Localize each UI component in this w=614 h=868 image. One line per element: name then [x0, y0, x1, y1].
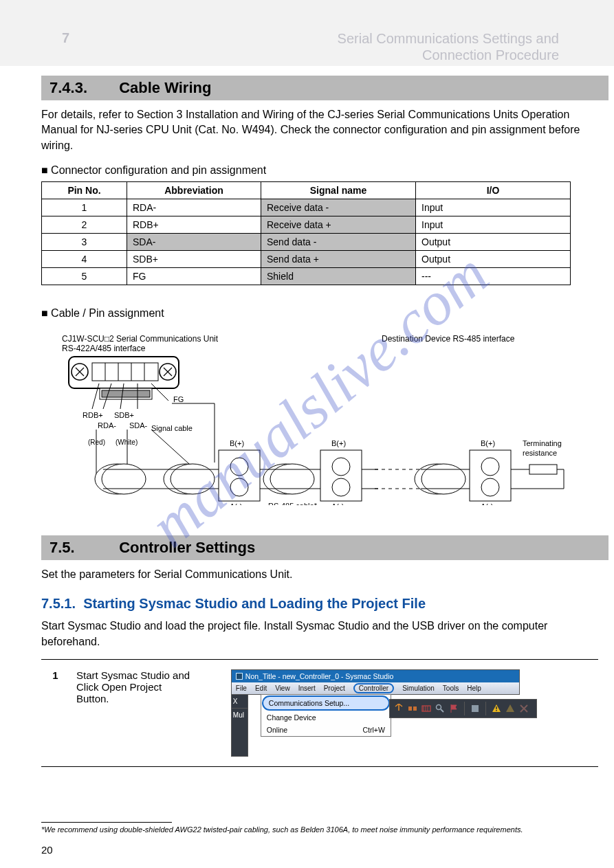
footnote-text: *We recommend using double-shielded AWG2… [41, 825, 523, 834]
menu-simulation[interactable]: Simulation [402, 685, 435, 692]
cell-abbr: SDA- [127, 233, 261, 250]
app-icon [236, 673, 243, 680]
toolbar-divider [485, 702, 486, 715]
section-num: 7.4.3. [50, 79, 115, 97]
slaven-am: A(-) [481, 502, 493, 505]
stop-icon[interactable] [470, 704, 480, 713]
svg-point-31 [332, 478, 350, 496]
svg-rect-62 [496, 710, 497, 711]
menu-item-comm-setup[interactable]: Communications Setup... [262, 695, 390, 711]
menu-item-change-device[interactable]: Change Device [261, 711, 391, 724]
menu-project[interactable]: Project [324, 685, 345, 692]
window-title: Non_Title - new_Controller_0 - Sysmac St… [245, 672, 394, 680]
svg-rect-60 [472, 705, 479, 712]
header-title-line2: Connection Procedure [338, 47, 559, 63]
section-num: 7.5. [50, 539, 115, 557]
subhead-751: 7.5.1. Starting Sysmac Studio and Loadin… [41, 596, 614, 612]
menu-tools[interactable]: Tools [443, 685, 459, 692]
table-caption: ■ Connector configuration and pin assign… [41, 163, 600, 178]
sub-title: Starting Sysmac Studio and Loading the P… [83, 596, 426, 611]
svg-point-21 [102, 464, 146, 494]
svg-rect-40 [529, 465, 557, 474]
diag-pin-fg: FG [173, 395, 184, 403]
slaven-bp: B(+) [481, 439, 495, 447]
ss-left-x: X [232, 695, 248, 709]
cell-pin: 1 [42, 199, 127, 216]
cable-model: RS-485 cable* [268, 502, 318, 505]
th-abbr: Abbreviation [127, 181, 261, 199]
menu-controller[interactable]: Controller [353, 683, 394, 693]
cell-abbr: SDB+ [127, 250, 261, 267]
diag-pin-sda: SDA- [129, 421, 148, 430]
find-icon[interactable] [435, 704, 445, 713]
cell-signal: Send data - [261, 233, 416, 250]
diagram-master-title: CJ1W-SCU□2 Serial Communications Unit [62, 334, 219, 344]
term-top: Terminating [523, 439, 562, 447]
menu-item-online[interactable]: Online Ctrl+W [261, 724, 391, 736]
cell-abbr: FG [127, 267, 261, 285]
svg-point-26 [230, 478, 248, 496]
menu-item-label: Communications Setup... [269, 699, 349, 707]
svg-rect-3 [92, 363, 158, 381]
menu-item-label: Change Device [267, 713, 316, 722]
diag-pin-rda: RDA- [98, 421, 116, 430]
menu-edit[interactable]: Edit [255, 685, 267, 692]
diagram-caption: ■ Cable / Pin assignment [41, 306, 600, 321]
svg-point-23 [171, 464, 215, 494]
cell-signal: Send data + [261, 250, 416, 267]
window-titlebar: Non_Title - new_Controller_0 - Sysmac St… [231, 669, 520, 682]
footnote-rule [41, 822, 172, 823]
cell-pin: 3 [42, 233, 127, 250]
transfer-icon[interactable] [394, 704, 404, 713]
memory-icon[interactable] [421, 704, 431, 713]
page-number: 20 [41, 844, 53, 856]
step-screenshot-cell: Non_Title - new_Controller_0 - Sysmac St… [204, 660, 598, 767]
sec1-intro: For details, refer to Section 3 Installa… [41, 107, 600, 153]
flag-icon[interactable] [449, 704, 459, 713]
header-title: Serial Communications Settings and Conne… [338, 30, 559, 63]
sec2-intro: Set the parameters for Serial Communicat… [41, 567, 600, 582]
cell-io: --- [416, 267, 571, 285]
diag-pin-rdb: RDB+ [83, 411, 103, 419]
table-row: 1 RDA- Receive data - Input [42, 199, 571, 216]
svg-point-35 [421, 464, 465, 494]
svg-point-28 [270, 464, 314, 494]
cell-signal: Receive data + [261, 216, 416, 233]
diagram-slave-title: Destination Device RS-485 interface [382, 334, 515, 344]
menu-item-accel: Ctrl+W [362, 726, 384, 734]
toolbar-divider [464, 702, 465, 715]
svg-line-17 [151, 430, 189, 464]
sub1-intro: Start Sysmac Studio and load the project… [41, 619, 600, 649]
warning-dim-icon[interactable] [505, 704, 515, 713]
svg-point-30 [332, 458, 350, 476]
sub-num: 7.5.1. [41, 596, 76, 611]
menu-insert[interactable]: Insert [298, 685, 316, 692]
cell-io: Output [416, 250, 571, 267]
screenshot: Non_Title - new_Controller_0 - Sysmac St… [231, 669, 520, 757]
warning-icon[interactable] [492, 704, 501, 713]
table-row: 3 SDA- Send data - Output [42, 233, 571, 250]
step-desc: Start Sysmac Studio and Click Open Proje… [69, 660, 204, 767]
menu-view[interactable]: View [275, 685, 290, 692]
toolbar [389, 699, 537, 718]
cell-pin: 4 [42, 250, 127, 267]
section-title: Controller Settings [119, 539, 255, 556]
svg-point-38 [481, 478, 499, 496]
th-pin: Pin No. [42, 181, 127, 199]
clear-icon[interactable] [519, 704, 529, 713]
cell-pin: 2 [42, 216, 127, 233]
table-row: 4 SDB+ Send data + Output [42, 250, 571, 267]
section-bar-75: 7.5. Controller Settings [41, 535, 608, 560]
menu-help[interactable]: Help [467, 685, 481, 692]
controller-dropdown: Communications Setup... Change Device On… [261, 694, 391, 737]
wire-white1: (White) [116, 438, 138, 446]
header-section-num: 7 [62, 30, 69, 46]
ss-left-mul: Mul [232, 709, 248, 722]
menu-file[interactable]: File [236, 685, 247, 692]
section-title: Cable Wiring [119, 79, 211, 96]
compare-icon[interactable] [408, 704, 417, 713]
diagram-master-sub: RS-422A/485 interface [62, 344, 146, 353]
pin-table: Pin No. Abbreviation Signal name I/O 1 R… [41, 181, 571, 285]
slave1-am: A(-) [230, 502, 242, 505]
th-io: I/O [416, 181, 571, 199]
